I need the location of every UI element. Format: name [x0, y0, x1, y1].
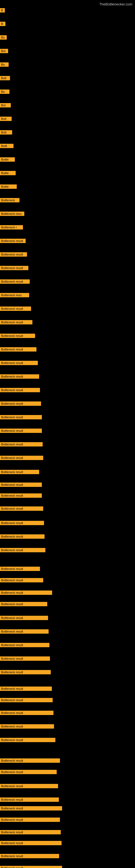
bar-label: Bottleneck result	[0, 698, 53, 702]
bar-item: Bott	[0, 117, 12, 122]
bar-label: Bottleneck result	[0, 534, 45, 539]
bar-item: Bottleneck result	[0, 866, 62, 868]
bar-item: Bottleneck result	[0, 643, 49, 648]
bar-label: Bottleneck result	[0, 429, 42, 433]
bar-label: Bottleneck result	[0, 506, 43, 511]
bar-label: Bottleneck result	[0, 493, 42, 498]
bar-item: Bottleneck r	[0, 225, 23, 230]
bar-item: Bo	[0, 62, 9, 68]
bar-label: Bo	[0, 35, 7, 40]
bar-item: Bottleneck result	[0, 817, 60, 823]
bar-item: Bottleneck result	[0, 724, 54, 730]
bar-label: Bottleneck result	[0, 616, 48, 620]
bar-item: Bottle	[0, 157, 15, 163]
bar-item: Bot	[0, 49, 8, 54]
bar-label: Bottleneck result	[0, 483, 42, 487]
bar-label: Bottleneck result	[0, 361, 38, 365]
bar-label: Bottleneck result	[0, 656, 50, 661]
bar-label: Bot	[0, 103, 11, 107]
bar-item: Bottleneck resu	[0, 212, 24, 217]
bar-item: Bottleneck result	[0, 401, 41, 407]
bar-label: Bottleneck result	[0, 629, 49, 633]
bar-item: Bottleneck result	[0, 493, 42, 499]
bar-item: Bottleneck result	[0, 307, 31, 312]
bar-label: Bottleneck result	[0, 686, 52, 691]
bar-item: B	[0, 22, 5, 27]
bar-label: Bott	[0, 130, 12, 134]
bar-item: B	[0, 8, 5, 13]
bar-label: Bottle	[0, 157, 15, 162]
bar-item: Bottleneck result	[0, 252, 27, 258]
bar-item: Bottleneck result	[0, 798, 59, 803]
bar-label: Bottleneck result	[0, 252, 27, 257]
bar-label: Bottleneck result	[0, 374, 39, 379]
bar-label: Bottleneck result	[0, 388, 40, 392]
bar-label: Bottl	[0, 144, 13, 148]
bar-item: Bottleneck result	[0, 567, 40, 572]
bar-item: Bottleneck result	[0, 670, 51, 675]
site-title: TheBottlenecker.com	[99, 2, 132, 6]
bar-item: Bo	[0, 35, 7, 41]
bar-label: Bottleneck result	[0, 470, 39, 474]
bar-label: Bottleneck result	[0, 602, 47, 606]
bar-item: Bottleneck result	[0, 770, 57, 775]
bar-label: Bottleneck result	[0, 567, 40, 571]
bar-label: Bottleneck result	[0, 307, 31, 311]
bar-label: Bottleneck resu	[0, 212, 24, 216]
bar-item: Bottleneck result	[0, 374, 39, 380]
bar-label: Bott	[0, 117, 12, 121]
bar-item: Bottleneck result	[0, 429, 42, 434]
bar-item: Bottle	[0, 171, 16, 176]
bar-label: Bottleneck result	[0, 266, 28, 270]
bar-item: Bottleneck result	[0, 602, 47, 607]
bar-item: Bottleneck result	[0, 656, 50, 662]
bar-label: Bott	[0, 76, 10, 80]
bar-label: Bottleneck result	[0, 798, 59, 802]
bar-item: Bottleneck result	[0, 616, 48, 621]
bar-item: Bottleneck result	[0, 698, 53, 703]
bar-label: Bottleneck result	[0, 817, 60, 822]
bar-label: Bottleneck result	[0, 670, 51, 674]
bar-item: Bottleneck result	[0, 361, 38, 366]
bar-item: Bottleneck result	[0, 456, 43, 461]
bar-label: Bottleneck result	[0, 770, 57, 774]
bar-label: Bottleneck result	[0, 830, 61, 834]
bar-item: Bottleneck result	[0, 239, 26, 244]
bar-label: Bottleneck result	[0, 456, 43, 460]
bar-label: Bottleneck result	[0, 347, 37, 351]
bar-item: Bottle	[0, 184, 17, 190]
bar-item: Bottleneck result	[0, 578, 43, 584]
bar-label: Bottleneck result	[0, 442, 43, 446]
bar-label: Bottleneck result	[0, 590, 52, 595]
bar-label: Bottle	[0, 184, 17, 189]
bar-label: Bottleneck result	[0, 415, 42, 420]
bar-item: Bottleneck result	[0, 548, 45, 553]
bar-item: Bottleneck result	[0, 388, 40, 393]
bar-label: Bottleneck result	[0, 784, 58, 788]
bar-label: Bottleneck result	[0, 758, 60, 763]
bar-item: Bottleneck result	[0, 806, 62, 812]
bar-item: Bottleneck result	[0, 534, 45, 540]
bar-label: Bottleneck result	[0, 738, 55, 742]
bar-item: Bottleneck result	[0, 758, 60, 764]
bar-label: Bottleneck result	[0, 866, 62, 868]
bar-label: Bottleneck r	[0, 225, 23, 229]
bar-label: Bot	[0, 49, 8, 53]
bar-label: Bottleneck result	[0, 841, 61, 845]
bar-label: Bottleneck result	[0, 334, 35, 338]
bar-item: Bottleneck result	[0, 470, 39, 475]
bar-item: Bottleneck result	[0, 415, 42, 421]
bar-item: Bottleneck result	[0, 590, 52, 596]
bar-item: Bottleneck result	[0, 830, 61, 835]
bar-item: Bottleneck result	[0, 711, 53, 716]
bar-item: Bottleneck result	[0, 442, 43, 447]
bar-item: Bottleneck result	[0, 506, 43, 512]
bar-item: Bott	[0, 130, 12, 135]
bar-item: Bottleneck result	[0, 686, 52, 692]
bar-label: Bottleneck result	[0, 854, 59, 858]
bar-label: Bottleneck resu	[0, 293, 29, 297]
bar-label: Bo	[0, 90, 9, 94]
bar-label: B	[0, 8, 5, 12]
bar-label: Bottleneck result	[0, 711, 53, 715]
bar-label: Bottleneck result	[0, 578, 43, 582]
